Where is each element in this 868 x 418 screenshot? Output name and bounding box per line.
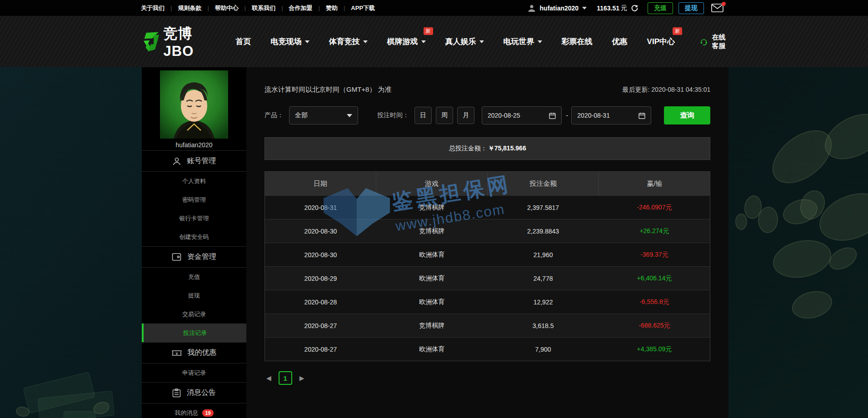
chevron-down-icon <box>421 40 426 43</box>
product-label: 产品： <box>264 111 284 119</box>
nav-item-arcade[interactable]: 电玩世界 <box>504 36 542 47</box>
prev-page-arrow-icon[interactable]: ◀ <box>264 373 273 383</box>
chevron-down-icon <box>347 114 352 117</box>
sidebar-item-profile[interactable]: 个人资料 <box>142 172 246 190</box>
top-link-help[interactable]: 帮助中心 <box>215 4 239 12</box>
bet-records-content: 流水计算时间以北京时间（GMT+8） 为准 最后更新: 2020-08-31 0… <box>246 67 728 418</box>
messages-mail-icon[interactable] <box>711 4 723 12</box>
table-row: 2020-08-30 竞博棋牌 2,239.8843 +26.274元 <box>265 219 710 243</box>
wallet-icon <box>172 253 181 261</box>
top-link-about[interactable]: 关于我们 <box>141 4 165 12</box>
jbo-logo[interactable]: 竞博JBO <box>141 24 208 60</box>
online-service[interactable]: 在线客服 <box>700 33 732 50</box>
chevron-down-icon <box>363 40 368 43</box>
timezone-notice: 流水计算时间以北京时间（GMT+8） 为准 <box>264 85 392 94</box>
nav-item-vip[interactable]: VIP中心新 <box>647 36 675 47</box>
new-badge: 新 <box>424 27 433 35</box>
total-bet-bar: 总投注金额： ￥75,815.966 <box>264 137 710 160</box>
date-from-input[interactable]: 2020-08-25 <box>482 106 562 124</box>
date-to-value: 2020-08-31 <box>577 112 610 119</box>
sidebar-group-messages: 我的消息 19 <box>142 403 246 418</box>
user-menu-caret-icon[interactable] <box>582 7 587 10</box>
sidebar-item-withdraw[interactable]: 提现 <box>142 286 246 305</box>
user-icon <box>527 4 536 13</box>
top-link-rules[interactable]: 规则条款 <box>178 4 201 12</box>
chevron-down-icon <box>305 40 309 43</box>
new-badge: 新 <box>673 27 682 35</box>
sidebar-item-security-code[interactable]: 创建安全码 <box>142 228 246 246</box>
pagination: ◀ 1 ▶ <box>264 371 710 385</box>
nav-item-lottery[interactable]: 彩票在线 <box>562 36 593 47</box>
page-number[interactable]: 1 <box>279 371 292 385</box>
sidebar-username: hufatian2020 <box>176 141 213 149</box>
top-link-partner[interactable]: 合作加盟 <box>289 4 313 12</box>
winloss-value: +4,385.09元 <box>599 338 710 361</box>
product-select[interactable]: 全部 <box>289 106 358 124</box>
col-winloss: 赢/输 <box>599 172 710 195</box>
sidebar-section-funds[interactable]: 资金管理 <box>142 247 246 268</box>
nav-item-sports[interactable]: 体育竞技 <box>329 36 368 47</box>
bet-records-table: 日期 游戏 投注金额 赢/输 2020-08-31 竞博棋牌 2,397.581… <box>264 171 710 361</box>
winloss-value: -369.37元 <box>599 243 710 266</box>
table-row: 2020-08-30 欧洲体育 21,960 -369.37元 <box>265 243 710 266</box>
table-body: 2020-08-31 竞博棋牌 2,397.5817 -246.0907元 20… <box>265 195 710 361</box>
product-select-value: 全部 <box>295 111 308 119</box>
nav-item-home[interactable]: 首页 <box>236 36 251 47</box>
sidebar-section-account[interactable]: 账号管理 <box>142 151 246 172</box>
col-date: 日期 <box>265 172 376 195</box>
deposit-button[interactable]: 充值 <box>648 2 673 14</box>
top-link-app[interactable]: APP下载 <box>351 4 375 12</box>
chevron-down-icon <box>538 40 542 43</box>
date-from-value: 2020-08-25 <box>488 112 520 119</box>
last-update: 最后更新: 2020-08-31 04:35:01 <box>623 86 711 94</box>
headset-icon <box>700 36 708 47</box>
period-week-button[interactable]: 周 <box>436 107 453 124</box>
notice-icon <box>172 388 181 398</box>
nav-item-promotions[interactable]: 优惠 <box>612 36 628 47</box>
topbar-username[interactable]: hufatian2020 <box>540 5 579 12</box>
period-day-button[interactable]: 日 <box>414 107 432 124</box>
search-button[interactable]: 查询 <box>664 106 710 124</box>
date-range-separator: - <box>566 111 568 119</box>
sidebar-item-apply-records[interactable]: 申请记录 <box>142 363 246 382</box>
sidebar-group-funds: 充值 提现 交易记录 投注记录 <box>142 268 246 343</box>
top-link-sponsor[interactable]: 赞助 <box>326 4 338 12</box>
bet-time-label: 投注时间： <box>377 111 409 119</box>
period-month-button[interactable]: 月 <box>457 107 474 124</box>
calendar-icon <box>549 112 556 119</box>
nav-item-esports-live[interactable]: 电竞现场 <box>271 36 309 47</box>
winloss-value: +6,406.14元 <box>599 267 710 290</box>
next-page-arrow-icon[interactable]: ▶ <box>298 373 306 383</box>
profile-block: hufatian2020 <box>142 67 246 151</box>
col-amount: 投注金额 <box>488 172 599 195</box>
jbo-logo-icon <box>141 29 160 55</box>
topbar-links: 关于我们| 规则条款| 帮助中心| 联系我们| 合作加盟| 赞助| APP下载 <box>141 4 375 12</box>
sidebar-section-promos[interactable]: ¥ 我的优惠 <box>142 343 246 363</box>
sidebar-item-password[interactable]: 密码管理 <box>142 190 246 209</box>
sidebar-item-my-messages[interactable]: 我的消息 19 <box>142 403 246 418</box>
nav-items: 首页 电竞现场 体育竞技 棋牌游戏新 真人娱乐 电玩世界 彩票在线 优惠 VIP… <box>236 36 694 47</box>
nav-item-cards[interactable]: 棋牌游戏新 <box>387 36 426 47</box>
balance-currency: 元 <box>621 4 627 12</box>
nav-item-live-casino[interactable]: 真人娱乐 <box>445 36 484 47</box>
date-to-input[interactable]: 2020-08-31 <box>571 106 651 124</box>
winloss-value: +26.274元 <box>599 219 710 243</box>
sidebar: hufatian2020 账号管理 个人资料 密码管理 银行卡管理 创建安全码 … <box>142 67 246 418</box>
topbar: 关于我们| 规则条款| 帮助中心| 联系我们| 合作加盟| 赞助| APP下载 … <box>0 0 868 16</box>
table-row: 2020-08-28 欧洲体育 12,922 -6,556.8元 <box>265 290 710 314</box>
sidebar-group-account: 个人资料 密码管理 银行卡管理 创建安全码 <box>142 172 246 247</box>
total-bet-value: ￥75,815.966 <box>488 144 526 153</box>
withdraw-button[interactable]: 提现 <box>678 2 704 14</box>
sidebar-item-bet-records[interactable]: 投注记录 <box>142 323 246 342</box>
sidebar-section-messages[interactable]: 消息公告 <box>142 383 246 403</box>
winloss-value: -688.625元 <box>599 314 710 337</box>
sidebar-item-bankcard[interactable]: 银行卡管理 <box>142 209 246 228</box>
table-row: 2020-08-31 竞博棋牌 2,397.5817 -246.0907元 <box>265 195 710 219</box>
sidebar-item-deposit[interactable]: 充值 <box>142 268 246 286</box>
winloss-value: -246.0907元 <box>599 196 710 219</box>
filter-bar: 产品： 全部 投注时间： 日 周 月 2020-08-25 - 2020-08-… <box>264 106 710 124</box>
top-link-contact[interactable]: 联系我们 <box>252 4 275 12</box>
sidebar-item-transactions[interactable]: 交易记录 <box>142 305 246 323</box>
refresh-balance-icon[interactable] <box>631 4 639 12</box>
total-bet-label: 总投注金额： <box>449 144 487 153</box>
